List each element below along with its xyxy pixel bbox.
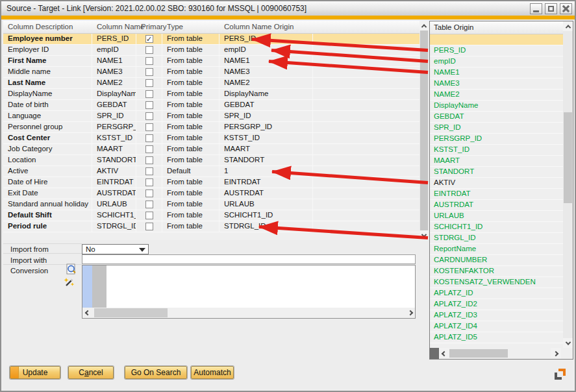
maximize-button[interactable] (545, 3, 557, 14)
origin-list-item[interactable]: KOSTENSATZ_VERWENDEN (430, 277, 563, 288)
primary-checkbox[interactable] (145, 212, 153, 219)
scroll-down-button[interactable] (563, 338, 573, 348)
origin-list-item[interactable]: GEBDAT (430, 112, 563, 123)
close-button[interactable] (560, 3, 572, 14)
scrollbar-thumb[interactable] (420, 31, 428, 230)
table-row[interactable]: Cost CenterKSTST_IDFrom tableKSTST_ID (3, 133, 419, 144)
origin-list-item[interactable]: APLATZ_ID5 (430, 332, 563, 343)
import-from-dropdown[interactable]: No (82, 244, 149, 254)
editor-horizontal-scrollbar[interactable] (82, 308, 415, 318)
primary-checkbox[interactable] (145, 90, 153, 98)
cell-primary (136, 56, 162, 66)
origin-list-item[interactable]: AUSTRDAT (430, 200, 563, 211)
scrollbar-thumb[interactable] (449, 349, 508, 358)
origin-list-item[interactable]: PERS_ID (430, 45, 563, 56)
scrollbar-thumb[interactable] (94, 308, 168, 317)
origin-list-item[interactable]: DisplayName (430, 101, 563, 112)
origin-list-item[interactable]: ReportName (430, 244, 563, 255)
primary-checkbox[interactable] (145, 101, 153, 109)
primary-checkbox[interactable] (145, 167, 153, 175)
origin-list-item[interactable]: NAME1 (430, 67, 563, 79)
table-row[interactable]: LocationSTANDORTFrom tableSTANDORT (3, 155, 419, 166)
cell-type: From table (162, 67, 219, 77)
primary-checkbox[interactable] (145, 201, 153, 208)
table-row[interactable]: ActiveAKTIVDefault1 (3, 166, 419, 177)
table-row[interactable]: Employee numberPERS_ID✓From tablePERS_ID (3, 34, 419, 45)
table-row[interactable]: Default ShiftSCHICHT1_IDFrom tableSCHICH… (3, 210, 419, 221)
cell-column-name: AKTIV (92, 166, 136, 177)
primary-checkbox[interactable] (145, 134, 153, 142)
minimize-button[interactable] (530, 3, 542, 14)
origin-vertical-scrollbar[interactable] (563, 21, 573, 348)
origin-list-item[interactable]: SCHICHT1_ID (430, 222, 563, 233)
primary-checkbox[interactable] (145, 223, 153, 230)
cancel-button[interactable]: Cancel (68, 366, 114, 379)
cell-type: From table (162, 122, 219, 132)
origin-list-item[interactable]: MAART (430, 156, 563, 167)
scroll-down-button[interactable] (419, 230, 429, 240)
cell-primary: ✓ (136, 34, 162, 44)
table-row[interactable]: Date of HireEINTRDATFrom tableEINTRDAT (3, 177, 419, 188)
origin-list-item[interactable]: APLATZ_ID3 (430, 310, 563, 321)
cell-type: From table (162, 144, 219, 154)
origin-list-item[interactable]: APLATZ_ID (430, 288, 563, 299)
cell-column-name-origin: URLAUB (219, 199, 313, 210)
primary-checkbox[interactable] (145, 68, 153, 76)
origin-list-item[interactable]: KSTST_ID (430, 145, 563, 156)
resize-grip[interactable] (555, 369, 566, 380)
origin-list-item[interactable]: NAME2 (430, 90, 563, 101)
scroll-left-button[interactable] (82, 308, 92, 318)
scroll-up-button[interactable] (419, 21, 429, 31)
origin-list-item[interactable]: APLATZ_ID2 (430, 299, 563, 310)
table-row[interactable]: LanguageSPR_IDFrom tableSPR_ID (3, 111, 419, 122)
table-row[interactable]: Middle nameNAME3From tableNAME3 (3, 67, 419, 78)
import-with-input[interactable] (82, 254, 416, 264)
origin-list-item[interactable]: SPR_ID (430, 123, 563, 134)
primary-checkbox[interactable] (145, 156, 153, 164)
table-vertical-scrollbar[interactable] (419, 21, 429, 240)
origin-list-item[interactable]: NAME3 (430, 79, 563, 90)
origin-list-item[interactable] (430, 34, 563, 45)
magic-wand-icon[interactable] (64, 276, 75, 288)
go-on-search-button[interactable]: Go On Search (125, 366, 187, 379)
primary-checkbox[interactable]: ✓ (145, 35, 153, 43)
table-row[interactable]: Standard annual holidayURLAUBFrom tableU… (3, 199, 419, 210)
origin-list-item[interactable]: URLAUB (430, 211, 563, 222)
scroll-right-button[interactable] (551, 348, 561, 359)
origin-list-item[interactable]: AKTIV (430, 178, 563, 189)
primary-checkbox[interactable] (145, 112, 153, 120)
scroll-right-button[interactable] (405, 308, 415, 318)
primary-checkbox[interactable] (145, 79, 153, 87)
table-row[interactable]: DisplayNameDisplayNameFrom tableDisplayN… (3, 89, 419, 100)
primary-checkbox[interactable] (145, 46, 153, 54)
origin-list-item[interactable]: KOSTENFAKTOR (430, 266, 563, 277)
origin-list-item[interactable]: APLATZ_ID4 (430, 321, 563, 332)
conversion-editor[interactable] (82, 265, 416, 319)
primary-checkbox[interactable] (145, 145, 153, 153)
origin-list-item[interactable]: CARDNUMBER (430, 255, 563, 266)
origin-list-item[interactable]: empID (430, 56, 563, 67)
origin-horizontal-scrollbar[interactable] (430, 348, 573, 359)
scrollbar-thumb[interactable] (564, 112, 572, 203)
origin-list-item[interactable]: EINTRDAT (430, 189, 563, 200)
table-row[interactable]: Date of birthGEBDATFrom tableGEBDAT (3, 100, 419, 111)
origin-list-item[interactable]: PERSGRP_ID (430, 134, 563, 145)
primary-checkbox[interactable] (145, 178, 153, 186)
table-row[interactable]: Employer IDempIDFrom tableempID (3, 45, 419, 56)
table-row[interactable]: Personnel groupPERSGRP_IDFrom tablePERSG… (3, 122, 419, 133)
primary-checkbox[interactable] (145, 57, 153, 65)
primary-checkbox[interactable] (145, 123, 153, 131)
scroll-up-button[interactable] (563, 21, 573, 31)
origin-list-item[interactable]: STANDORT (430, 167, 563, 178)
table-row[interactable]: Exit DateAUSTRDATFrom tableAUSTRDAT (3, 188, 419, 199)
table-row[interactable]: First NameNAME1From tableNAME1 (3, 56, 419, 67)
table-row[interactable]: Job CategoryMAARTFrom tableMAART (3, 144, 419, 155)
scroll-left-button[interactable] (439, 348, 449, 359)
table-row[interactable]: Last NameNAME2From tableNAME2 (3, 78, 419, 89)
preview-magnifier-icon[interactable] (66, 263, 77, 275)
update-button[interactable]: Update (10, 366, 60, 379)
table-row[interactable]: Period ruleSTDRGL_IDFrom tableSTDRGL_ID (3, 221, 419, 232)
origin-list-item[interactable]: STDRGL_ID (430, 233, 563, 244)
automatch-button[interactable]: Automatch (191, 366, 234, 379)
primary-checkbox[interactable] (145, 190, 153, 197)
